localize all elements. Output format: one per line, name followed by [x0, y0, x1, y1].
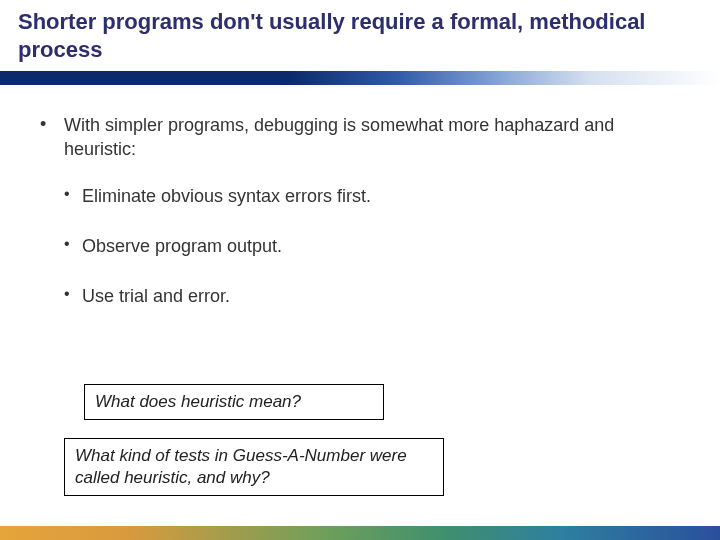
- slide: Shorter programs don't usually require a…: [0, 0, 720, 540]
- content-area: • With simpler programs, debugging is so…: [0, 85, 720, 308]
- bullet-level1: • With simpler programs, debugging is so…: [40, 113, 680, 162]
- title-area: Shorter programs don't usually require a…: [0, 0, 720, 69]
- bullet-text: Observe program output.: [82, 234, 282, 258]
- bullet-level2: • Use trial and error.: [64, 284, 680, 308]
- callout-text: What does heuristic mean?: [95, 392, 301, 411]
- slide-title: Shorter programs don't usually require a…: [18, 8, 702, 63]
- bullet-text: With simpler programs, debugging is some…: [64, 113, 680, 162]
- bullet-icon: •: [40, 113, 64, 136]
- bullet-text: Eliminate obvious syntax errors first.: [82, 184, 371, 208]
- bullet-icon: •: [64, 284, 82, 305]
- callout-text: What kind of tests in Guess-A-Number wer…: [75, 446, 407, 487]
- callout-box-2: What kind of tests in Guess-A-Number wer…: [64, 438, 444, 496]
- bullet-level2: • Observe program output.: [64, 234, 680, 258]
- bullet-level2: • Eliminate obvious syntax errors first.: [64, 184, 680, 208]
- bullet-icon: •: [64, 234, 82, 255]
- title-divider-bar: [0, 71, 720, 85]
- callout-box-1: What does heuristic mean?: [84, 384, 384, 420]
- bullet-text: Use trial and error.: [82, 284, 230, 308]
- footer-gradient-bar: [0, 526, 720, 540]
- bullet-icon: •: [64, 184, 82, 205]
